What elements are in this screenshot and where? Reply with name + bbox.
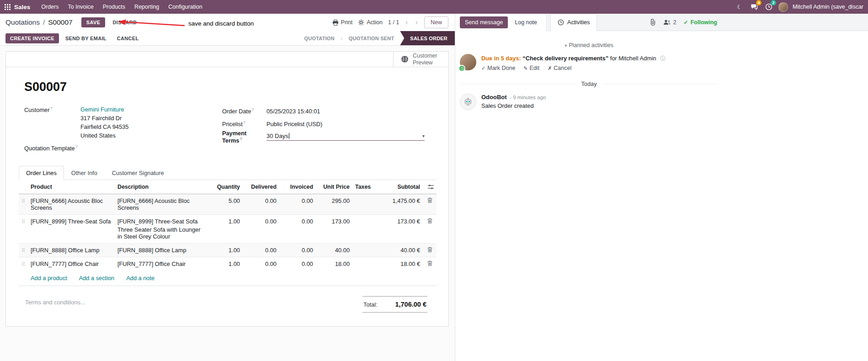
delete-line-icon[interactable] xyxy=(427,247,432,252)
customer-label: Customer? xyxy=(24,105,80,113)
send-by-email-button[interactable]: SEND BY EMAIL xyxy=(61,33,111,43)
menu-reporting[interactable]: Reporting xyxy=(130,0,164,14)
delete-line-icon[interactable] xyxy=(427,218,432,223)
drag-handle-icon[interactable]: ⠿ xyxy=(21,261,25,267)
order-line-row[interactable]: ⠿ [FURN_8888] Office Lamp [FURN_8888] Of… xyxy=(19,244,437,257)
statusbar: CREATE INVOICE SEND BY EMAIL CANCEL QUOT… xyxy=(0,31,455,46)
optional-columns-icon[interactable] xyxy=(428,184,434,190)
info-icon[interactable]: ⓘ xyxy=(660,55,666,62)
breadcrumb: Quotations / S00007 SAVE DISCARD xyxy=(5,17,141,27)
add-note-link[interactable]: Add a note xyxy=(126,275,154,281)
pager-previous-icon[interactable]: ‹ xyxy=(405,19,409,26)
state-sales-order-active[interactable]: SALES ORDER xyxy=(400,31,455,45)
col-invoiced[interactable]: Invoiced xyxy=(279,180,316,194)
text-cursor xyxy=(289,133,289,139)
following-button[interactable]: ✓ Following xyxy=(684,19,717,26)
col-delivered[interactable]: Delivered xyxy=(243,180,279,194)
messages-icon[interactable]: 4 xyxy=(749,2,759,12)
mark-done-button[interactable]: ✓Mark Done xyxy=(481,65,515,71)
app-brand-sales[interactable]: Sales xyxy=(14,4,30,11)
cancel-button[interactable]: CANCEL xyxy=(113,33,143,43)
save-button[interactable]: SAVE xyxy=(81,17,106,27)
customer-preview-button[interactable]: Customer Preview xyxy=(393,52,448,67)
sheet-button-box: Customer Preview xyxy=(6,52,448,67)
tab-other-info[interactable]: Other Info xyxy=(64,166,105,180)
moon-icon[interactable]: ☾ xyxy=(735,2,745,12)
col-unit-price[interactable]: Unit Price xyxy=(316,180,352,194)
cancel-activity-button[interactable]: ✗Cancel xyxy=(548,65,571,71)
menu-orders[interactable]: Orders xyxy=(37,0,63,14)
new-button[interactable]: New xyxy=(424,16,448,28)
pager-next-icon[interactable]: › xyxy=(415,19,419,26)
action-button[interactable]: Action xyxy=(358,19,383,26)
pricelist-field[interactable]: Public Pricelist (USD) xyxy=(266,120,425,127)
payment-terms-field[interactable]: 30 Days ▾ xyxy=(266,133,425,141)
check-icon: ✓ xyxy=(481,65,485,71)
chevron-down-icon[interactable]: ▾ xyxy=(422,133,425,138)
tab-customer-signature[interactable]: Customer Signature xyxy=(105,166,171,180)
message-header: OdooBot - 9 minutes ago xyxy=(481,94,546,101)
order-line-row[interactable]: ⠿ [FURN_6666] Acoustic Bloc Screens [FUR… xyxy=(19,194,437,215)
menu-configuration[interactable]: Configuration xyxy=(164,0,207,14)
user-name[interactable]: Mitchell Admin (save_discar xyxy=(793,4,863,10)
col-product[interactable]: Product xyxy=(28,180,115,194)
clock-icon xyxy=(558,19,564,26)
col-subtotal[interactable]: Subtotal xyxy=(379,180,423,194)
message-item: OdooBot - 9 minutes ago Sales Order crea… xyxy=(460,94,718,110)
paperclip-icon[interactable] xyxy=(650,19,656,26)
table-footer-links: Add a product Add a section Add a note xyxy=(19,271,437,286)
add-section-link[interactable]: Add a section xyxy=(79,275,115,281)
col-taxes[interactable]: Taxes xyxy=(352,180,379,194)
planned-activities-toggle[interactable]: ▾Planned activities xyxy=(460,42,718,48)
odoobot-avatar xyxy=(460,94,476,110)
total-value: 1,706.00 € xyxy=(395,301,426,308)
print-button[interactable]: Print xyxy=(332,19,353,26)
apps-grid-icon[interactable] xyxy=(5,4,11,10)
customer-link[interactable]: Gemini Furniture xyxy=(80,106,124,113)
chatter-body: ▾Planned activities Due in 5 days: “Chec… xyxy=(455,31,718,110)
gear-icon xyxy=(358,19,364,26)
followers-button[interactable]: 2 xyxy=(663,19,676,26)
delete-line-icon[interactable] xyxy=(427,197,432,203)
tab-activities[interactable]: Activities xyxy=(550,14,597,31)
payment-terms-label: Payment Terms? xyxy=(222,129,266,144)
user-avatar[interactable] xyxy=(778,2,788,12)
main-panel: Quotations / S00007 SAVE DISCARD Print A… xyxy=(0,14,455,361)
breadcrumb-quotations[interactable]: Quotations xyxy=(5,18,40,27)
caret-down-icon: ▾ xyxy=(564,43,567,48)
followers-icon xyxy=(663,19,671,25)
tab-order-lines[interactable]: Order Lines xyxy=(19,166,64,180)
activities-clock-icon[interactable]: 2 xyxy=(764,2,774,12)
add-product-link[interactable]: Add a product xyxy=(31,275,67,281)
messages-badge: 4 xyxy=(756,0,761,5)
discard-button[interactable]: DISCARD xyxy=(108,17,141,27)
activity-summary: “Check delivery requirements” xyxy=(522,55,608,62)
message-author[interactable]: OdooBot xyxy=(481,94,507,101)
order-line-row[interactable]: ⠿ [FURN_7777] Office Chair [FURN_7777] O… xyxy=(19,257,437,271)
control-panel-right: Print Action 1 / 1 ‹ › New xyxy=(332,16,448,28)
globe-icon xyxy=(401,55,409,63)
delete-line-icon[interactable] xyxy=(427,260,432,266)
activity-assignee: for Mitchell Admin xyxy=(610,55,656,62)
terms-placeholder[interactable]: Terms and conditions... xyxy=(25,292,85,313)
state-quotation[interactable]: QUOTATION xyxy=(298,31,341,45)
drag-handle-icon[interactable]: ⠿ xyxy=(21,248,25,253)
quotation-template-field[interactable] xyxy=(97,143,222,144)
edit-activity-button[interactable]: ✎Edit xyxy=(523,65,539,71)
state-quotation-sent[interactable]: QUOTATION SENT xyxy=(343,31,400,45)
col-quantity[interactable]: Quantity xyxy=(205,180,243,194)
robot-icon xyxy=(463,97,473,106)
order-date-field[interactable]: 05/25/2023 15:40:01 xyxy=(266,107,425,115)
menu-to-invoice[interactable]: To Invoice xyxy=(63,0,98,14)
order-line-row[interactable]: ⠿ [FURN_8999] Three-Seat Sofa [FURN_8999… xyxy=(19,215,437,244)
menu-products[interactable]: Products xyxy=(98,0,130,14)
drag-handle-icon[interactable]: ⠿ xyxy=(21,198,25,204)
create-invoice-button[interactable]: CREATE INVOICE xyxy=(5,33,59,43)
activities-badge: 2 xyxy=(771,0,776,5)
log-note-button[interactable]: Log note xyxy=(511,16,541,28)
col-description[interactable]: Description xyxy=(115,180,205,194)
activity-clock-badge-icon xyxy=(458,65,465,72)
send-message-button[interactable]: Send message xyxy=(460,16,508,28)
drag-handle-icon[interactable]: ⠿ xyxy=(21,219,25,224)
form-view-content: Customer Preview S00007 Customer? Gemini… xyxy=(0,46,455,361)
